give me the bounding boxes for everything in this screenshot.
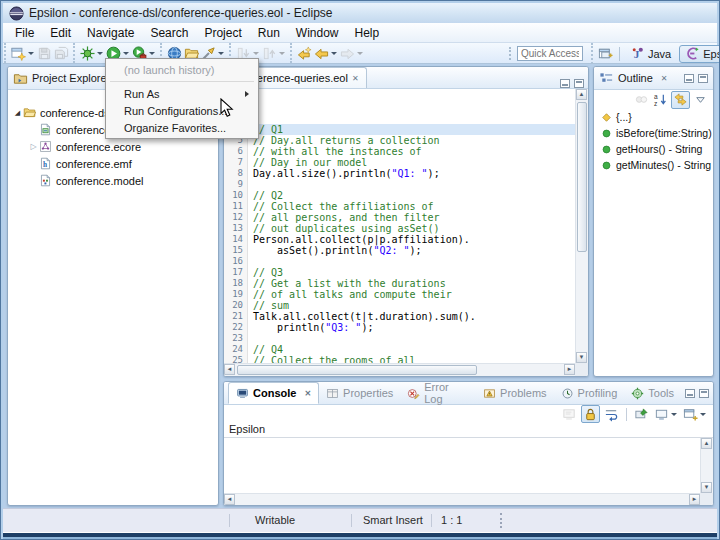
outline-item[interactable]: isBefore(time:String) - String [594, 125, 713, 141]
code-line-4[interactable]: // Day in our model [248, 157, 575, 168]
scroll-up-icon[interactable]: ▲ [701, 438, 712, 449]
dropdown-arrow-icon[interactable] [331, 52, 337, 55]
tree-item[interactable]: ▷conference.ecore [8, 138, 218, 155]
code-line-1[interactable]: // Q1 [248, 124, 575, 135]
console-tab-tools[interactable]: Tools [624, 382, 681, 404]
menu-item-organize-favorites[interactable]: Organize Favorites... [106, 119, 258, 136]
minimize-icon[interactable] [685, 389, 695, 398]
menu-search[interactable]: Search [142, 24, 196, 42]
expander-collapsed-icon[interactable]: ▷ [28, 142, 39, 151]
scroll-lock-button[interactable] [581, 405, 600, 423]
console-vertical-scrollbar[interactable]: ▲ ▼ [700, 438, 713, 493]
console-tab-problems[interactable]: Problems [476, 382, 553, 404]
quick-access-input[interactable] [517, 46, 583, 61]
editor-horizontal-scrollbar[interactable]: ◄ ► [224, 363, 575, 376]
editor-vertical-scrollbar[interactable]: ▲ ▼ [575, 89, 588, 363]
code-line-11[interactable]: Person.all.collect(p|p.affiliation). [248, 234, 575, 245]
code-editor[interactable]: 1234567891011121314151617181920212223242… [224, 89, 575, 363]
save-button[interactable] [36, 44, 53, 62]
code-line-8[interactable]: // Collect the affiliations of [248, 201, 575, 212]
perspective-java-button[interactable]: J Java [625, 45, 676, 63]
code-line-17[interactable]: // sum [248, 300, 575, 311]
scrollbar-thumb[interactable] [577, 102, 587, 252]
open-perspective-button[interactable] [597, 45, 614, 63]
code-line-20[interactable] [248, 333, 575, 344]
menu-edit[interactable]: Edit [42, 24, 79, 42]
code-text[interactable]: // Q1// Day.all returns a collection// w… [248, 89, 575, 363]
close-icon[interactable]: ✕ [661, 74, 668, 83]
minimize-icon[interactable] [684, 74, 694, 83]
focus-button[interactable] [633, 91, 650, 109]
scroll-left-icon[interactable]: ◄ [224, 494, 235, 505]
last-edit-button[interactable] [296, 44, 313, 62]
console-tab-profiling[interactable]: Profiling [554, 382, 625, 404]
maximize-icon[interactable] [574, 79, 584, 88]
code-line-12[interactable]: asSet().println("Q2: "); [248, 245, 575, 256]
outline-item[interactable]: getHours() - String [594, 141, 713, 157]
code-line-2[interactable]: // Day.all returns a collection [248, 135, 575, 146]
menu-item-run-configurations[interactable]: Run Configurations... [106, 102, 258, 119]
console-tab-properties[interactable]: Properties [319, 382, 400, 404]
code-line-10[interactable]: // out duplicates using asSet() [248, 223, 575, 234]
menu-file[interactable]: File [7, 24, 42, 42]
dropdown-arrow-icon[interactable] [700, 413, 706, 416]
code-line-15[interactable]: // Get a list with the durations [248, 278, 575, 289]
back-button[interactable] [313, 44, 339, 62]
code-line-21[interactable]: // Q4 [248, 344, 575, 355]
menu-run[interactable]: Run [250, 24, 288, 42]
menu-item-run-as[interactable]: Run As [106, 85, 258, 102]
new-wizard-button[interactable] [10, 44, 36, 62]
menu-navigate[interactable]: Navigate [79, 24, 142, 42]
code-line-13[interactable] [248, 256, 575, 267]
dropdown-arrow-icon[interactable] [671, 413, 677, 416]
perspective-epsilon-button[interactable]: Epsilon [679, 45, 720, 63]
console-tab-error-log[interactable]: Error Log [400, 382, 476, 404]
close-icon[interactable]: ✕ [352, 74, 359, 83]
dropdown-arrow-icon[interactable] [279, 52, 285, 55]
maximize-icon[interactable] [698, 74, 708, 83]
expander-expanded-icon[interactable]: ◢ [12, 109, 23, 117]
close-icon[interactable]: ✕ [304, 389, 311, 398]
code-line-14[interactable]: // Q3 [248, 267, 575, 278]
code-line-22[interactable]: // Collect the rooms of all [248, 355, 575, 363]
menu-help[interactable]: Help [347, 24, 388, 42]
scroll-right-icon[interactable]: ► [564, 364, 575, 375]
scroll-left-icon[interactable]: ◄ [224, 364, 235, 375]
dropdown-arrow-icon[interactable] [97, 52, 103, 55]
dropdown-arrow-icon[interactable] [28, 52, 34, 55]
console-output[interactable]: ▲ ▼ ◄ ► [224, 438, 713, 505]
scroll-right-icon[interactable]: ► [689, 494, 700, 505]
scroll-down-icon[interactable]: ▼ [701, 482, 712, 493]
display-console-button[interactable] [653, 405, 679, 423]
scroll-up-icon[interactable]: ▲ [576, 89, 587, 100]
minimize-icon[interactable] [560, 79, 570, 88]
dropdown-arrow-icon[interactable] [253, 52, 259, 55]
console-tab-console[interactable]: Console✕ [228, 382, 319, 404]
code-line-18[interactable]: Talk.all.collect(t|t.duration).sum(). [248, 311, 575, 322]
console-horizontal-scrollbar[interactable]: ◄ ► [224, 493, 700, 505]
pin-console-button[interactable] [633, 405, 650, 423]
code-line-19[interactable]: println("Q3: "); [248, 322, 575, 333]
link-editor-button[interactable] [671, 91, 690, 109]
prev-annotation-button[interactable] [261, 44, 287, 62]
dropdown-arrow-icon[interactable] [149, 52, 155, 55]
code-line-3[interactable]: // with all the instances of [248, 146, 575, 157]
word-wrap-button[interactable] [603, 405, 620, 423]
save-all-button[interactable] [53, 44, 70, 62]
tree-item[interactable]: conference.model [8, 172, 218, 189]
clear-console-button[interactable] [561, 405, 578, 423]
tree-item[interactable]: hconference.emf [8, 155, 218, 172]
outline-item[interactable]: {...} [594, 109, 713, 125]
code-line-5[interactable]: Day.all.size().println("Q1: "); [248, 168, 575, 179]
outline-item[interactable]: getMinutes() - String [594, 157, 713, 173]
menu-project[interactable]: Project [196, 24, 249, 42]
maximize-icon[interactable] [699, 389, 709, 398]
title-bar[interactable]: Epsilon - conference-dsl/conference-quer… [3, 3, 717, 23]
dropdown-arrow-icon[interactable] [357, 52, 363, 55]
view-menu-button[interactable] [692, 91, 709, 109]
sort-button[interactable]: az [652, 91, 669, 109]
menu-window[interactable]: Window [288, 24, 347, 42]
code-line-6[interactable] [248, 179, 575, 190]
dropdown-arrow-icon[interactable] [218, 52, 224, 55]
outline-header[interactable]: Outline ✕ [594, 67, 713, 90]
